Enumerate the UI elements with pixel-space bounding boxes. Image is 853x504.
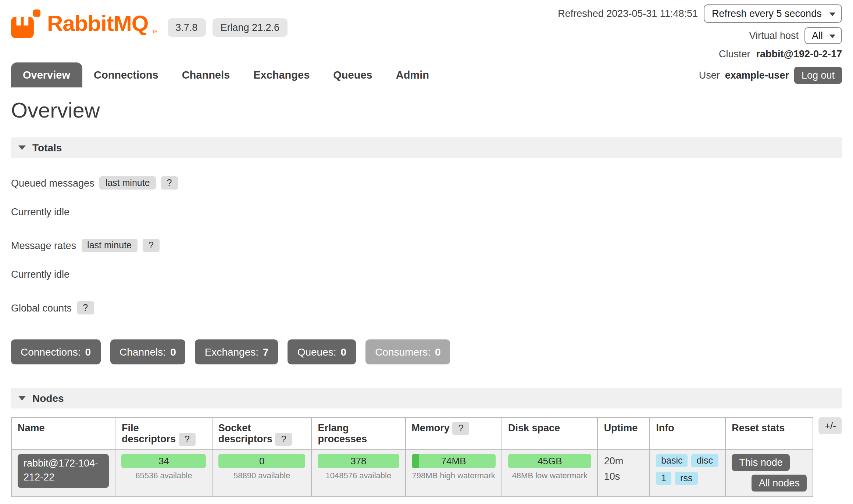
column-header-reset-stats: Reset stats [725, 418, 813, 449]
socket-descriptors-cell: 0 58890 available [212, 449, 312, 496]
queued-messages-help-icon[interactable]: ? [161, 176, 178, 190]
cluster-name: rabbit@192-0-2-17 [756, 48, 842, 60]
column-header-file-descriptors: File descriptors? [115, 418, 212, 449]
collapse-arrow-icon [18, 396, 26, 400]
global-counts-row: Global counts ? [11, 301, 842, 314]
nodes-header-row: Name File descriptors? Socket descriptor… [11, 418, 813, 449]
trademark-mark: ™ [152, 29, 158, 36]
info-tag-basic: basic [656, 454, 688, 467]
refreshed-timestamp: Refreshed 2023-05-31 11:48:51 [558, 8, 698, 19]
nodes-table: Name File descriptors? Socket descriptor… [11, 417, 814, 497]
disk-space-value: 45GB [508, 454, 592, 468]
channels-count-label: Channels: [119, 346, 166, 358]
socket-descriptors-value: 0 [218, 454, 306, 468]
tab-admin[interactable]: Admin [384, 62, 441, 87]
collapse-arrow-icon [18, 145, 26, 150]
column-header-disk-space: Disk space [502, 418, 598, 449]
tab-overview[interactable]: Overview [11, 62, 82, 87]
consumers-count-badge: Consumers:0 [365, 339, 450, 364]
refresh-row: Refreshed 2023-05-31 11:48:51 Refresh ev… [558, 4, 842, 23]
queues-count-badge[interactable]: Queues:0 [288, 339, 356, 364]
message-rates-help-icon[interactable]: ? [143, 239, 160, 252]
memory-help-icon[interactable]: ? [453, 422, 470, 435]
column-header-reset-stats-label: Reset stats [732, 422, 785, 433]
erlang-processes-value: 378 [318, 454, 399, 468]
exchanges-count-badge[interactable]: Exchanges:7 [195, 339, 278, 364]
message-rates-row: Message rates last minute ? [11, 239, 842, 252]
message-rates-status: Currently idle [11, 269, 842, 280]
memory-cell: 74MB 798MB high watermark [405, 449, 502, 496]
info-tag-row: 1 rss [656, 472, 719, 485]
queues-count-value: 0 [341, 346, 347, 358]
reset-all-nodes-button[interactable]: All nodes [752, 475, 807, 492]
user-name: example-user [725, 69, 789, 80]
rabbitmq-logo-icon [11, 9, 40, 38]
memory-bar: 74MB [411, 454, 496, 468]
tab-exchanges[interactable]: Exchanges [242, 62, 321, 87]
nodes-section-header[interactable]: Nodes [11, 388, 842, 408]
disk-space-bar: 45GB [508, 454, 592, 468]
file-descriptors-detail: 65536 available [122, 471, 206, 480]
consumers-count-value: 0 [435, 346, 441, 358]
socket-descriptors-bar: 0 [218, 454, 306, 468]
virtual-host-select-wrap: All [804, 27, 842, 44]
top-bar: RabbitMQ ™ 3.7.8 Erlang 21.2.6 Refreshed… [11, 4, 842, 60]
message-rates-window-badge[interactable]: last minute [81, 239, 138, 252]
nodes-table-wrap: Name File descriptors? Socket descriptor… [11, 417, 842, 497]
consumers-count-label: Consumers: [375, 346, 431, 358]
queues-count-label: Queues: [297, 346, 336, 358]
info-tag-row: basic disc [656, 454, 719, 467]
erlang-processes-cell: 378 1048576 available [312, 449, 406, 496]
rabbitmq-management-page: RabbitMQ ™ 3.7.8 Erlang 21.2.6 Refreshed… [0, 0, 853, 504]
global-counts-label: Global counts [11, 302, 72, 313]
logout-button[interactable]: Log out [794, 66, 842, 83]
logo-wordmark: RabbitMQ [47, 12, 148, 35]
refresh-interval-select[interactable]: Refresh every 5 seconds [704, 4, 842, 23]
tab-queues[interactable]: Queues [321, 62, 384, 87]
virtual-host-select[interactable]: All [804, 27, 842, 44]
page-title: Overview [11, 98, 842, 123]
column-header-uptime: Uptime [598, 418, 650, 449]
connections-count-label: Connections: [21, 346, 81, 358]
virtual-host-label: Virtual host [749, 30, 799, 41]
node-name-badge[interactable]: rabbit@172-104-212-22 [18, 454, 109, 488]
column-header-uptime-label: Uptime [604, 422, 638, 433]
disk-space-cell: 45GB 48MB low watermark [502, 449, 598, 496]
totals-section-header[interactable]: Totals [11, 137, 842, 158]
column-header-name-label: Name [18, 422, 45, 433]
message-rates-label: Message rates [11, 240, 76, 251]
connections-count-value: 0 [85, 346, 91, 358]
exchanges-count-label: Exchanges: [205, 346, 258, 358]
file-descriptors-help-icon[interactable]: ? [179, 433, 196, 446]
column-header-erlang-processes-label: Erlang processes [318, 422, 367, 444]
reset-this-node-row: This node [732, 454, 807, 471]
socket-descriptors-help-icon[interactable]: ? [275, 433, 292, 446]
column-toggle-button[interactable]: +/- [819, 417, 842, 434]
info-cell: basic disc 1 rss [650, 449, 725, 496]
global-counts-help-icon[interactable]: ? [77, 301, 94, 314]
column-header-info: Info [650, 418, 725, 449]
info-tag-rss: rss [675, 472, 697, 485]
memory-value: 74MB [411, 454, 496, 468]
reset-stats-cell: This node All nodes [725, 449, 813, 496]
file-descriptors-value: 34 [122, 454, 206, 468]
queued-messages-window-badge[interactable]: last minute [100, 176, 156, 190]
reset-this-node-button[interactable]: This node [732, 454, 790, 471]
node-row: rabbit@172-104-212-22 34 65536 available… [11, 449, 813, 496]
node-name-cell: rabbit@172-104-212-22 [11, 449, 115, 496]
memory-detail: 798MB high watermark [411, 471, 496, 480]
nodes-section-title: Nodes [32, 392, 64, 404]
channels-count-value: 0 [170, 346, 176, 358]
tab-connections[interactable]: Connections [82, 62, 170, 87]
virtual-host-row: Virtual host All [558, 27, 842, 44]
channels-count-badge[interactable]: Channels:0 [110, 339, 186, 364]
reset-all-nodes-row: All nodes [732, 475, 807, 492]
file-descriptors-cell: 34 65536 available [115, 449, 212, 496]
disk-space-detail: 48MB low watermark [508, 471, 592, 480]
tab-channels[interactable]: Channels [170, 62, 242, 87]
connections-count-badge[interactable]: Connections:0 [11, 339, 100, 364]
page-container: RabbitMQ ™ 3.7.8 Erlang 21.2.6 Refreshed… [0, 0, 853, 504]
column-header-name: Name [11, 418, 115, 449]
global-counts-badges: Connections:0 Channels:0 Exchanges:7 Que… [11, 339, 842, 364]
main-nav: Overview Connections Channels Exchanges … [11, 62, 842, 87]
